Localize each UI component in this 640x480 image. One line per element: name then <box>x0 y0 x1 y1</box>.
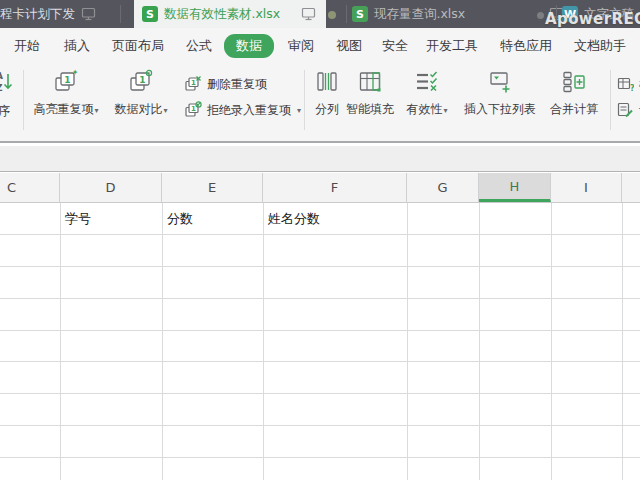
insert-dropdown-list-label: 插入下拉列表 <box>464 101 536 118</box>
delete-duplicates-button[interactable]: 1 删除重复项 <box>184 73 301 95</box>
tab-divider <box>120 5 121 23</box>
ribbon-tab-formulas[interactable]: 公式 <box>186 37 212 55</box>
ribbon-separator <box>304 70 305 130</box>
tab-divider <box>556 5 557 23</box>
ribbon-tab-doc-assistant[interactable]: 文档助手 <box>574 37 626 55</box>
ribbon-tab-page-layout[interactable]: 页面布局 <box>112 37 164 55</box>
delete-duplicates-label: 删除重复项 <box>207 76 267 93</box>
ribbon-tab-developer[interactable]: 开发工具 <box>426 37 478 55</box>
text-to-columns-icon <box>314 68 340 96</box>
ribbon-tab-home[interactable]: 开始 <box>14 37 40 55</box>
gridline <box>0 234 640 235</box>
gridline <box>479 203 480 480</box>
svg-text:?: ? <box>630 84 634 93</box>
column-header-G[interactable]: G <box>407 173 479 202</box>
doc-tab-active-validity-material[interactable]: S 数据有效性素材.xlsx <box>134 0 326 28</box>
consolidate-icon <box>561 68 587 96</box>
smart-fill-button[interactable]: 智能填充 <box>344 68 396 118</box>
cell-F1-name-score[interactable]: 姓名分数 <box>263 203 407 234</box>
duplicates-small-buttons-group: 1 删除重复项 1 拒绝录入重复项 ▾ <box>184 73 301 121</box>
column-header-H-selected[interactable]: H <box>479 173 551 202</box>
doc-tab-title: 数据有效性素材.xlsx <box>164 6 280 23</box>
validation-button[interactable]: 有效性▾ <box>402 68 452 118</box>
document-tab-bar: 程卡计划下发 S 数据有效性素材.xlsx S 现存量查询.xlsx <box>0 0 640 28</box>
doc-tab-title: 程卡计划下发 <box>0 6 75 23</box>
monitor-icon <box>81 7 96 21</box>
column-header-D[interactable]: D <box>60 173 162 202</box>
consolidate-button[interactable]: 合并计算 <box>544 68 604 118</box>
data-compare-button[interactable]: 1 数据对比▾ <box>108 68 174 118</box>
sort-az-icon: A Z <box>0 68 15 98</box>
ribbon-separator <box>23 70 24 130</box>
record-form-button-partial[interactable]: 记 <box>617 99 640 121</box>
svg-text:A: A <box>0 71 3 81</box>
validation-label: 有效性 <box>406 102 442 116</box>
column-header-E[interactable]: E <box>162 173 263 202</box>
svg-text:1: 1 <box>64 75 70 85</box>
svg-text:Z: Z <box>0 83 3 93</box>
doc-tab-stock-query[interactable]: S 现存量查询.xlsx <box>352 0 564 28</box>
wps-spreadsheet-app-icon: S <box>352 6 368 22</box>
highlight-duplicates-button[interactable]: 1 ✦ 高亮重复项▾ <box>26 68 106 118</box>
ribbon-tab-special-features[interactable]: 特色应用 <box>500 37 552 55</box>
cell-D1-student-id[interactable]: 学号 <box>60 203 162 234</box>
consolidate-label: 合并计算 <box>550 101 598 118</box>
gridline <box>0 457 640 458</box>
column-header-F[interactable]: F <box>263 173 407 202</box>
chevron-down-icon: ▾ <box>297 106 301 115</box>
gridline <box>551 203 552 480</box>
svg-text:1: 1 <box>139 75 145 85</box>
chevron-down-icon: ▾ <box>443 106 447 115</box>
column-header-I[interactable]: I <box>551 173 622 202</box>
column-header-partial[interactable] <box>622 173 640 202</box>
wps-spreadsheet-window: 程卡计划下发 S 数据有效性素材.xlsx S 现存量查询.xlsx <box>0 0 640 480</box>
sort-button-partial[interactable]: A Z 序 <box>0 68 20 120</box>
svg-text:1: 1 <box>191 105 196 113</box>
highlight-duplicates-icon: 1 ✦ <box>53 68 79 96</box>
doc-tab-title: 文字文稿 <box>584 6 634 23</box>
monitor-icon <box>301 7 316 21</box>
smart-fill-icon <box>357 68 383 96</box>
ribbon-tab-security[interactable]: 安全 <box>382 37 408 55</box>
doc-tab-plan[interactable]: 程卡计划下发 <box>0 0 96 28</box>
ribbon-tab-review[interactable]: 审阅 <box>288 37 314 55</box>
text-to-columns-label: 分列 <box>315 101 339 118</box>
data-compare-label: 数据对比 <box>114 102 162 116</box>
gridline <box>0 266 640 267</box>
ribbon-tab-data-active[interactable]: 数据 <box>224 34 274 58</box>
gridline <box>263 203 264 480</box>
gridline <box>0 298 640 299</box>
doc-tab-writer-document[interactable]: W 文字文稿 <box>562 0 634 28</box>
ribbon-tab-insert[interactable]: 插入 <box>64 37 90 55</box>
text-to-columns-button[interactable]: 分列 <box>306 68 348 118</box>
sort-label: 序 <box>0 103 10 120</box>
ribbon-tab-view[interactable]: 视图 <box>336 37 362 55</box>
what-if-button-partial[interactable]: ? 模 <box>617 73 640 95</box>
gridline <box>162 203 163 480</box>
data-compare-icon: 1 <box>128 68 154 96</box>
ribbon-separator <box>610 70 611 130</box>
table-question-icon: ? <box>617 76 634 93</box>
gridline <box>60 203 61 480</box>
status-dot-indicator <box>328 11 336 19</box>
reject-duplicates-icon: 1 <box>184 101 202 119</box>
gridline <box>0 330 640 331</box>
status-dot-indicator <box>537 12 544 19</box>
gridline <box>0 393 640 394</box>
column-header-C[interactable]: C <box>0 173 60 202</box>
chevron-down-icon: ▾ <box>163 106 167 115</box>
wps-spreadsheet-app-icon: S <box>142 6 158 22</box>
reject-duplicates-button[interactable]: 1 拒绝录入重复项 ▾ <box>184 99 301 121</box>
tab-divider <box>346 5 347 23</box>
gridline <box>0 361 640 362</box>
insert-dropdown-list-button[interactable]: 插入下拉列表 <box>458 68 542 118</box>
collapsed-formula-bar <box>0 146 640 172</box>
svg-text:1: 1 <box>191 79 196 87</box>
sheet-grid[interactable]: 学号 分数 姓名分数 <box>0 203 640 480</box>
highlight-duplicates-label: 高亮重复项 <box>33 102 93 116</box>
wps-writer-app-icon: W <box>562 6 578 22</box>
insert-dropdown-list-icon <box>487 68 513 96</box>
gridline <box>622 203 623 480</box>
column-header-row: C D E F G H I <box>0 173 640 203</box>
cell-E1-score[interactable]: 分数 <box>162 203 263 234</box>
